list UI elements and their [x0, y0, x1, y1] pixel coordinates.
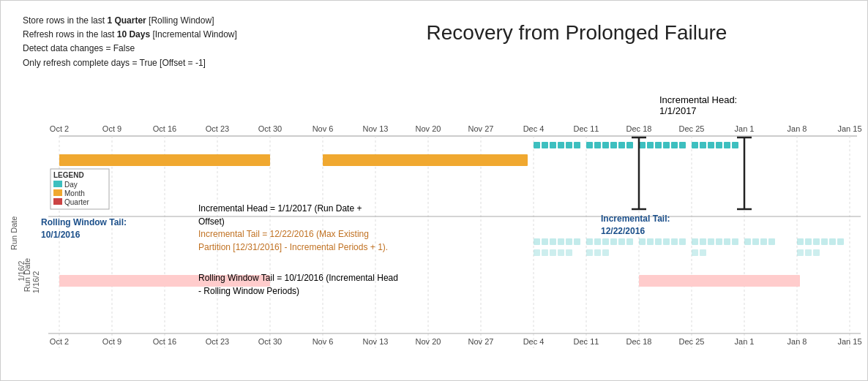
- legend-month-swatch: [53, 189, 62, 196]
- bottom-x-nov27: Nov 27: [468, 337, 494, 346]
- svg-rect-62: [716, 238, 722, 245]
- svg-rect-58: [679, 238, 686, 245]
- svg-rect-39: [724, 142, 730, 148]
- month-bar-2: [323, 154, 528, 166]
- x-label-nov20: Nov 20: [416, 124, 441, 133]
- svg-rect-54: [647, 238, 654, 245]
- rolling-window-tail-annotation: Rolling Window Tail:10/1/2016: [41, 216, 127, 241]
- svg-rect-50: [610, 238, 617, 245]
- day-tiles-top: [534, 142, 738, 148]
- quarter-bold: 1 Quarter: [107, 15, 146, 26]
- svg-rect-51: [618, 238, 625, 245]
- run-date-axis-label: Run Date: [10, 216, 18, 250]
- run-date-value-label: 1/16/2: [18, 261, 26, 282]
- svg-rect-25: [602, 142, 609, 148]
- svg-rect-34: [679, 142, 686, 148]
- svg-rect-72: [821, 238, 828, 245]
- svg-rect-82: [602, 249, 609, 256]
- bottom-x-jan1: Jan 1: [735, 337, 755, 346]
- svg-rect-46: [574, 238, 580, 245]
- legend-month-label: Month: [64, 189, 85, 197]
- x-label-jan1: Jan 1: [735, 124, 755, 133]
- x-label-dec4: Dec 4: [523, 124, 545, 133]
- svg-rect-55: [655, 238, 662, 245]
- svg-rect-48: [594, 238, 601, 245]
- line1-suffix: [Rolling Window]: [149, 15, 214, 26]
- x-label-dec25: Dec 25: [679, 124, 705, 133]
- bottom-x-oct30: Oct 30: [258, 337, 282, 346]
- svg-rect-74: [837, 238, 844, 245]
- svg-rect-29: [639, 142, 646, 148]
- svg-rect-60: [700, 238, 706, 245]
- bottom-x-dec4: Dec 4: [523, 337, 545, 346]
- rolling-bar-bottom-2: [639, 275, 800, 287]
- svg-rect-86: [805, 249, 812, 256]
- svg-rect-23: [586, 142, 593, 148]
- svg-rect-19: [550, 142, 556, 148]
- legend-day-swatch: [53, 181, 62, 187]
- x-label-oct23: Oct 23: [206, 124, 229, 133]
- svg-rect-87: [813, 249, 820, 256]
- svg-rect-80: [586, 249, 593, 256]
- bottom-x-oct23: Oct 23: [206, 337, 229, 346]
- rolling-window-desc-annotation: Rolling Window Tail = 10/1/2016 (Increme…: [198, 271, 403, 298]
- svg-rect-38: [716, 142, 722, 148]
- svg-rect-81: [594, 249, 601, 256]
- x-label-nov27: Nov 27: [468, 124, 494, 133]
- legend-day-label: Day: [64, 181, 78, 189]
- bottom-x-dec11: Dec 11: [574, 337, 599, 346]
- x-label-jan8: Jan 8: [787, 124, 807, 133]
- info-text: Store rows in the last 1 Quarter [Rollin…: [23, 14, 237, 70]
- svg-rect-18: [542, 142, 548, 148]
- incremental-tail-desc-annotation: Incremental Tail = 12/22/2016 (Max Exist…: [198, 227, 396, 254]
- svg-rect-71: [813, 238, 820, 245]
- svg-rect-59: [692, 238, 698, 245]
- bottom-x-dec25: Dec 25: [679, 337, 705, 346]
- x-label-oct9: Oct 9: [102, 124, 121, 133]
- svg-rect-35: [692, 142, 698, 148]
- svg-rect-26: [610, 142, 617, 148]
- svg-rect-45: [566, 238, 572, 245]
- svg-rect-37: [708, 142, 714, 148]
- incremental-tail-label: Incremental Tail:12/22/2016: [601, 213, 670, 238]
- inc-head-label: Incremental Head:: [659, 94, 737, 105]
- days-bold: 10 Days: [117, 29, 150, 39]
- line4: Only refresh complete days = True [Offse…: [23, 56, 237, 70]
- bottom-x-nov13: Nov 13: [363, 337, 389, 346]
- svg-rect-40: [732, 142, 738, 148]
- line2-suffix: [Incremental Window]: [152, 29, 236, 39]
- svg-rect-56: [663, 238, 670, 245]
- svg-rect-84: [700, 249, 706, 256]
- svg-rect-85: [797, 249, 804, 256]
- svg-rect-73: [829, 238, 836, 245]
- svg-rect-70: [805, 238, 812, 245]
- svg-rect-66: [752, 238, 759, 245]
- svg-rect-32: [663, 142, 670, 148]
- bottom-x-dec18: Dec 18: [626, 337, 652, 346]
- svg-rect-28: [626, 142, 633, 148]
- page-title: Recovery from Prolonged Failure: [308, 21, 845, 45]
- page: Store rows in the last 1 Quarter [Rollin…: [0, 0, 868, 381]
- x-label-nov6: Nov 6: [313, 124, 334, 133]
- svg-rect-17: [534, 142, 540, 148]
- x-label-nov13: Nov 13: [363, 124, 389, 133]
- chart-svg: Oct 2 Oct 9 Oct 16 Oct 23 Oct 30 Nov 6 N…: [1, 114, 868, 377]
- legend-title: LEGEND: [53, 171, 84, 179]
- svg-rect-49: [602, 238, 609, 245]
- bottom-day-tiles-faded: [534, 238, 844, 245]
- x-label-jan15: Jan 15: [837, 124, 861, 133]
- svg-rect-61: [708, 238, 714, 245]
- bottom-x-nov6: Nov 6: [313, 337, 334, 346]
- svg-rect-75: [534, 249, 540, 256]
- svg-rect-67: [760, 238, 767, 245]
- svg-rect-76: [542, 249, 548, 256]
- svg-rect-64: [732, 238, 738, 245]
- svg-rect-79: [566, 249, 572, 256]
- month-bar-1: [59, 154, 270, 166]
- svg-rect-44: [558, 238, 564, 245]
- bottom-x-oct2: Oct 2: [50, 337, 69, 346]
- svg-rect-41: [534, 238, 540, 245]
- legend-quarter-swatch: [53, 198, 62, 205]
- x-label-dec18: Dec 18: [626, 124, 652, 133]
- incremental-head-annotation: Incremental Head = 1/1/2017 (Run Date + …: [198, 202, 374, 228]
